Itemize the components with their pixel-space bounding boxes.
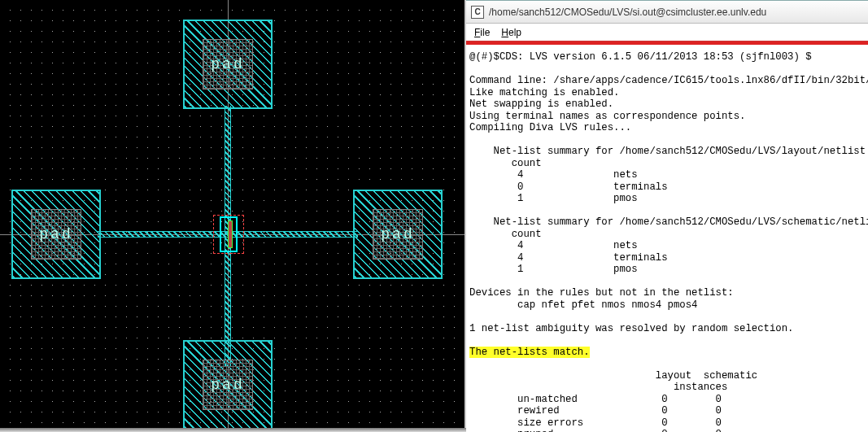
match-highlight: The net-lists match. xyxy=(469,347,590,359)
line: Compiling Diva LVS rules... xyxy=(469,122,631,133)
line: pruned 0 0 xyxy=(469,429,722,432)
line: Net-list summary for /home/sanch512/CMOS… xyxy=(469,216,868,228)
lvs-output-window: C /home/sanch512/CMOSedu/LVS/si.out@csim… xyxy=(466,0,868,432)
pad-top[interactable]: pad xyxy=(183,20,273,109)
line: Command line: /share/apps/cadence/IC615/… xyxy=(469,75,868,86)
line: Using terminal names as correspondence p… xyxy=(469,111,745,122)
line: layout schematic xyxy=(469,370,757,382)
transistor-device[interactable] xyxy=(220,216,238,252)
line: Net-list summary for /home/sanch512/CMOS… xyxy=(469,146,866,157)
line: 4 nets xyxy=(469,169,638,181)
line: 1 pmos xyxy=(469,264,638,275)
scrollbar-horizontal[interactable] xyxy=(0,428,466,432)
scrollbar-vertical[interactable] xyxy=(465,0,466,428)
line: count xyxy=(469,229,542,240)
pad-left[interactable]: pad xyxy=(11,190,101,279)
app-icon: C xyxy=(471,6,484,19)
line: 1 net-list ambiguity was resolved by ran… xyxy=(469,323,793,334)
pad-label: pad xyxy=(203,39,253,89)
menubar: File Help xyxy=(466,24,868,41)
pad-label: pad xyxy=(31,209,81,260)
line: Like matching is enabled. xyxy=(469,87,619,98)
line: Devices in the rules but not in the netl… xyxy=(469,287,734,299)
line: un-matched 0 0 xyxy=(469,394,722,405)
line: @(#)$CDS: LVS version 6.1.5 06/11/2013 1… xyxy=(469,51,812,63)
pad-label: pad xyxy=(203,360,253,410)
line: 0 terminals xyxy=(469,181,668,193)
line: size errors 0 0 xyxy=(469,417,722,429)
poly-stripe xyxy=(228,220,233,248)
line: instances xyxy=(469,382,727,393)
layout-editor[interactable]: pad pad pad pad xyxy=(0,0,466,432)
line: Net swapping is enabled. xyxy=(469,98,613,110)
pad-right[interactable]: pad xyxy=(353,190,443,279)
terminal-output[interactable]: @(#)$CDS: LVS version 6.1.5 06/11/2013 1… xyxy=(466,45,868,432)
pad-bottom[interactable]: pad xyxy=(183,340,273,430)
menu-help[interactable]: Help xyxy=(501,27,521,38)
line: cap nfet pfet nmos nmos4 pmos4 xyxy=(469,299,697,311)
pad-label: pad xyxy=(373,209,423,260)
menu-file[interactable]: File xyxy=(474,27,490,38)
line: 4 terminals xyxy=(469,252,668,264)
line: 1 pmos xyxy=(469,193,638,204)
window-title: /home/sanch512/CMOSedu/LVS/si.out@csimcl… xyxy=(489,7,766,18)
line: count xyxy=(469,158,542,169)
line: 4 nets xyxy=(469,240,638,251)
line: rewired 0 0 xyxy=(469,405,722,417)
titlebar[interactable]: C /home/sanch512/CMOSedu/LVS/si.out@csim… xyxy=(466,1,868,24)
